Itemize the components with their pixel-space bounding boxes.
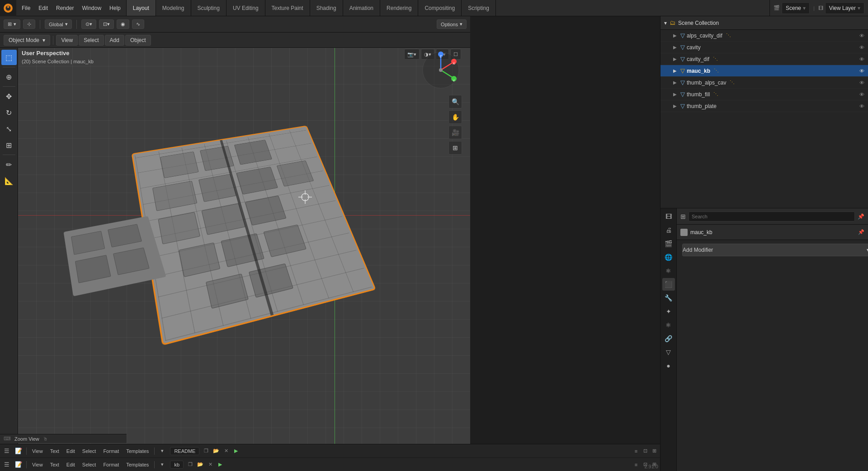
menu-render[interactable]: Render [52, 3, 77, 13]
particle-props-btn[interactable]: ✦ [662, 305, 675, 318]
pivot-btn[interactable]: ⊙▾ [81, 19, 96, 29]
te-select-readme[interactable]: Select [80, 447, 99, 455]
annotate-tool[interactable]: ✏ [1, 157, 17, 172]
viewport-3d[interactable] [18, 48, 470, 444]
modifier-props-btn[interactable]: 🔧 [662, 292, 675, 304]
view-layer-props-btn[interactable]: 🎬 [662, 237, 675, 250]
visibility-toggle[interactable]: 👁 [859, 33, 864, 38]
outliner-item-thumb-alps-cav[interactable]: ▶ ▽ thumb_alps_cav ⋱ 👁 [660, 77, 868, 89]
outliner-item-cavity-dif[interactable]: ▶ ▽ cavity_dif ⋱ 👁 [660, 53, 868, 65]
te-folder-btn1[interactable]: 📂 [212, 447, 220, 455]
measure-tool[interactable]: 📐 [1, 173, 17, 188]
gpencil-btn[interactable]: ∿ [132, 19, 144, 29]
select-box-tool[interactable]: ⬚ [1, 50, 17, 65]
scene-selector[interactable]: Scene ▾ [782, 2, 810, 14]
menu-file[interactable]: File [18, 3, 34, 13]
menu-help[interactable]: Help [106, 3, 124, 13]
te-format-kb[interactable]: Format [100, 461, 122, 468]
outliner-item-thumb-plate[interactable]: ▶ ▽ thumb_plate 👁 [660, 100, 868, 112]
snap-btn[interactable]: ⊡▾ [99, 19, 114, 29]
visibility-toggle[interactable]: 👁 [859, 45, 864, 50]
te-menu-icon2[interactable]: ☰ [2, 460, 12, 470]
transform-global-btn[interactable]: Global ▾ [45, 19, 72, 29]
menu-edit[interactable]: Edit [35, 3, 52, 13]
te-copy-btn2[interactable]: ❐ [186, 461, 194, 469]
tab-rendering[interactable]: Rendering [380, 0, 418, 16]
move-tool[interactable]: ✥ [1, 89, 17, 104]
te-copy-btn1[interactable]: ❐ [202, 447, 210, 455]
proportional-btn[interactable]: ◉ [117, 19, 129, 29]
objectdata-props-btn[interactable]: ▽ [662, 346, 675, 358]
material-props-btn[interactable]: ● [662, 359, 675, 372]
blender-logo[interactable] [0, 0, 16, 16]
outliner-item-mauc-kb[interactable]: ▶ ▽ mauc_kb ⋱ 👁 [660, 65, 868, 77]
cursor-tool[interactable]: ⊕ [1, 69, 17, 85]
tab-animation[interactable]: Animation [343, 0, 380, 16]
visibility-toggle[interactable]: 👁 [859, 68, 864, 74]
menu-select[interactable]: Select [79, 35, 104, 46]
scene-props-btn[interactable]: 🌐 [662, 251, 675, 264]
output-props-btn[interactable]: 🖨 [662, 224, 675, 236]
menu-object[interactable]: Object [125, 35, 151, 46]
tab-sculpting[interactable]: Sculpting [191, 0, 226, 16]
props-pin2-icon[interactable]: 📌 [858, 229, 864, 235]
tab-uv-editing[interactable]: UV Editing [226, 0, 265, 16]
camera-select-btn[interactable]: 📷▾ [404, 49, 420, 60]
menu-window[interactable]: Window [78, 3, 105, 13]
te-text-kb[interactable]: Text [47, 461, 62, 468]
te-text-readme[interactable]: Text [47, 447, 62, 455]
physics-props-btn[interactable]: ⚛ [662, 319, 675, 331]
render-props-btn[interactable]: 🎞 [662, 210, 675, 223]
select-tool-btn[interactable]: ⊹ [23, 19, 35, 29]
te-sync-icon1[interactable]: ⊞ [650, 447, 658, 455]
te-word-wrap-icon1[interactable]: ⊡ [641, 447, 649, 455]
rotate-tool[interactable]: ↻ [1, 105, 17, 120]
ortho-btn[interactable]: ⊞ [448, 141, 462, 155]
te-templates-kb[interactable]: Templates [123, 461, 151, 468]
constraint-props-btn[interactable]: 🔗 [662, 332, 675, 345]
te-mode-icon1[interactable]: 📝 [14, 446, 24, 456]
mode-toggle-btn[interactable]: ⊞ ▾ [4, 19, 20, 29]
tab-layout[interactable]: Layout [127, 0, 156, 16]
te-dropdown-icon2[interactable]: ▾ [157, 460, 167, 470]
tab-scripting[interactable]: Scripting [462, 0, 496, 16]
te-select-kb[interactable]: Select [80, 461, 99, 468]
outliner-item-alps-cavity-dif[interactable]: ▶ ▽ alps_cavity_dif ⋱ 👁 [660, 30, 868, 42]
world-props-btn[interactable]: ⚛ [662, 264, 675, 277]
menu-add[interactable]: Add [105, 35, 124, 46]
outliner-item-cavity[interactable]: ▶ ▽ cavity 👁 [660, 42, 868, 53]
tab-texture-paint[interactable]: Texture Paint [265, 0, 310, 16]
te-lines-icon2[interactable]: ≡ [632, 461, 640, 469]
visibility-toggle[interactable]: 👁 [859, 104, 864, 109]
outliner-item-thumb-fill[interactable]: ▶ ▽ thumb_fill ⋱ 👁 [660, 89, 868, 100]
view-layer-selector[interactable]: View Layer ▾ [825, 2, 864, 14]
props-search-input[interactable] [689, 212, 855, 221]
object-props-btn[interactable]: ⬛ [662, 278, 675, 291]
te-folder-btn2[interactable]: 📂 [196, 461, 204, 469]
visibility-toggle[interactable]: 👁 [859, 57, 864, 62]
props-pin-icon[interactable]: 📌 [858, 213, 864, 220]
options-btn[interactable]: Options ▾ [437, 19, 467, 29]
visibility-toggle[interactable]: 👁 [859, 80, 864, 85]
camera-view-btn[interactable]: 🎥 [448, 126, 462, 139]
te-close-btn1[interactable]: ✕ [222, 447, 230, 455]
te-play-btn1[interactable]: ▶ [232, 447, 240, 455]
scale-tool[interactable]: ⤡ [1, 121, 17, 137]
te-close-btn2[interactable]: ✕ [206, 461, 214, 469]
te-view-readme[interactable]: View [29, 447, 46, 455]
tab-shading[interactable]: Shading [310, 0, 343, 16]
pan-btn[interactable]: ✋ [448, 110, 462, 124]
te-format-readme[interactable]: Format [100, 447, 122, 455]
visibility-toggle[interactable]: 👁 [859, 92, 864, 97]
object-mode-btn[interactable]: Object Mode ▾ [4, 35, 50, 46]
te-templates-readme[interactable]: Templates [123, 447, 151, 455]
te-edit-kb[interactable]: Edit [64, 461, 78, 468]
te-dropdown-icon1[interactable]: ▾ [157, 446, 167, 456]
zoom-in-btn[interactable]: 🔍 [448, 95, 462, 108]
add-modifier-btn[interactable]: Add Modifier ▾ [682, 244, 868, 256]
te-view-kb[interactable]: View [29, 461, 46, 468]
menu-view[interactable]: View [56, 35, 78, 46]
te-menu-icon1[interactable]: ☰ [2, 446, 12, 456]
te-edit-readme[interactable]: Edit [64, 447, 78, 455]
nav-gizmo[interactable]: Z X Y [420, 50, 461, 90]
